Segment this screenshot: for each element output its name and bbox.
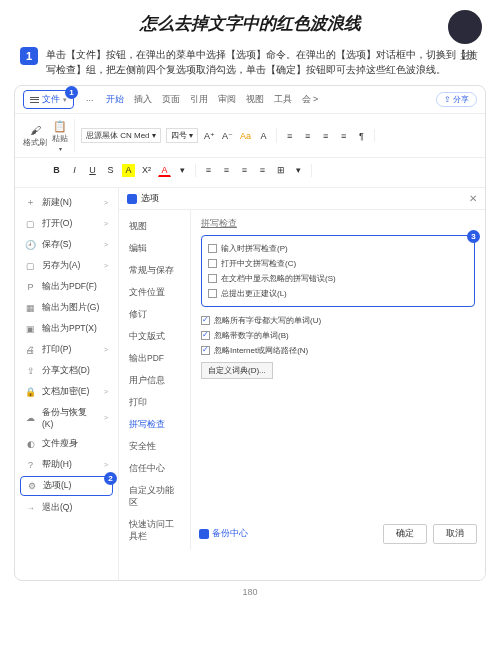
font-select[interactable]: 思源黑体 CN Med ▾ xyxy=(81,128,161,143)
italic[interactable]: I xyxy=(68,164,81,177)
line-space[interactable]: ¶ xyxy=(355,129,368,142)
checkbox[interactable] xyxy=(208,244,217,253)
fm-icon: ⇪ xyxy=(25,365,36,376)
checkbox-row[interactable]: 忽略所有字母都大写的单词(U) xyxy=(201,313,475,328)
checkbox-row[interactable]: 忽略带数字的单词(B) xyxy=(201,328,475,343)
dlg-nav-6[interactable]: 输出PDF xyxy=(119,348,190,370)
step-instruction: 1 单击【文件】按钮，在弹出的菜单中选择【选项】命令。在弹出的【选项】对话框中，… xyxy=(0,41,500,85)
checkbox[interactable] xyxy=(201,346,210,355)
file-menu-button[interactable]: 文件 ▾ 1 xyxy=(23,90,74,109)
tab-5[interactable]: 视图 xyxy=(246,94,264,104)
fm-icon: ▦ xyxy=(25,302,36,313)
badge-3: 3 xyxy=(467,230,480,243)
backup-center-link[interactable]: 备份中心 xyxy=(199,528,248,540)
filemenu-item-1[interactable]: ▢打开(O)> xyxy=(15,213,118,234)
filemenu-item-3[interactable]: ▢另存为(A)> xyxy=(15,255,118,276)
highlight[interactable]: A xyxy=(122,164,135,177)
bold[interactable]: B xyxy=(50,164,63,177)
indent-inc[interactable]: ≡ xyxy=(337,129,350,142)
indent-dec[interactable]: ≡ xyxy=(319,129,332,142)
tab-4[interactable]: 审阅 xyxy=(218,94,236,104)
filemenu-item-11[interactable]: ◐文件瘦身 xyxy=(15,433,118,454)
tab-6[interactable]: 工具 xyxy=(274,94,292,104)
close-icon[interactable]: ✕ xyxy=(469,193,477,204)
dlg-nav-12[interactable]: 自定义功能区 xyxy=(119,480,190,514)
fm-icon: ☁ xyxy=(25,412,36,423)
checkbox-row[interactable]: 打开中文拼写检查(C) xyxy=(208,256,468,271)
dlg-nav-4[interactable]: 修订 xyxy=(119,304,190,326)
dlg-nav-3[interactable]: 文件位置 xyxy=(119,282,190,304)
filemenu-item-2[interactable]: 🕘保存(S)> xyxy=(15,234,118,255)
filemenu-item-14[interactable]: →退出(Q) xyxy=(15,497,118,518)
checkbox[interactable] xyxy=(208,274,217,283)
filemenu-item-13[interactable]: ⚙选项(L)2 xyxy=(20,476,113,496)
filemenu-item-10[interactable]: ☁备份与恢复(K)> xyxy=(15,402,118,433)
clear-format[interactable]: Aa xyxy=(239,129,252,142)
increase-font[interactable]: A⁺ xyxy=(203,129,216,142)
format-brush-button[interactable]: 🖌格式刷 xyxy=(23,123,47,148)
dlg-nav-0[interactable]: 视图 xyxy=(119,216,190,238)
checkbox-row[interactable]: 输入时拼写检查(P) xyxy=(208,241,468,256)
checkbox-row[interactable]: 总提出更正建议(L) xyxy=(208,286,468,301)
fm-icon: → xyxy=(25,502,36,513)
dlg-nav-10[interactable]: 安全性 xyxy=(119,436,190,458)
align-right[interactable]: ≡ xyxy=(238,164,251,177)
decrease-font[interactable]: A⁻ xyxy=(221,129,234,142)
align-left[interactable]: ≡ xyxy=(202,164,215,177)
size-select[interactable]: 四号 ▾ xyxy=(166,128,198,143)
underline[interactable]: U xyxy=(86,164,99,177)
filemenu-item-5[interactable]: ▦输出为图片(G) xyxy=(15,297,118,318)
tab-7[interactable]: 会 > xyxy=(302,94,319,104)
dlg-nav-1[interactable]: 编辑 xyxy=(119,238,190,260)
strike[interactable]: S xyxy=(104,164,117,177)
fm-icon: ▢ xyxy=(25,218,36,229)
filemenu-item-0[interactable]: ＋新建(N)> xyxy=(15,192,118,213)
filemenu-item-6[interactable]: ▣输出为PPT(X) xyxy=(15,318,118,339)
filemenu-item-12[interactable]: ?帮助(H)> xyxy=(15,454,118,475)
dlg-nav-5[interactable]: 中文版式 xyxy=(119,326,190,348)
filemenu-item-8[interactable]: ⇪分享文档(D) xyxy=(15,360,118,381)
align-center[interactable]: ≡ xyxy=(220,164,233,177)
dlg-nav-7[interactable]: 用户信息 xyxy=(119,370,190,392)
dlg-nav-2[interactable]: 常规与保存 xyxy=(119,260,190,282)
checkbox[interactable] xyxy=(208,289,217,298)
filemenu-item-9[interactable]: 🔒文档加密(E)> xyxy=(15,381,118,402)
tab-1[interactable]: 插入 xyxy=(134,94,152,104)
homepage-link[interactable]: 主页 xyxy=(460,50,478,63)
tab-0[interactable]: 开始 xyxy=(106,94,124,104)
shading[interactable]: ▾ xyxy=(292,164,305,177)
filemenu-item-7[interactable]: 🖨打印(P)> xyxy=(15,339,118,360)
file-label: 文件 xyxy=(42,93,60,106)
step-number: 1 xyxy=(20,47,38,65)
borders[interactable]: ⊞ xyxy=(274,164,287,177)
badge-1: 1 xyxy=(65,86,78,99)
checkbox-row[interactable]: 在文档中显示忽略的拼写错误(S) xyxy=(208,271,468,286)
tab-more[interactable]: ··· xyxy=(86,95,94,105)
dlg-nav-11[interactable]: 信任中心 xyxy=(119,458,190,480)
tab-3[interactable]: 引用 xyxy=(190,94,208,104)
fm-icon: ? xyxy=(25,459,36,470)
superscript[interactable]: X² xyxy=(140,164,153,177)
checkbox[interactable] xyxy=(208,259,217,268)
checkbox-row[interactable]: 忽略Internet或网络路径(N) xyxy=(201,343,475,358)
cancel-button[interactable]: 取消 xyxy=(433,524,477,544)
backup-icon xyxy=(199,529,209,539)
dlg-nav-8[interactable]: 打印 xyxy=(119,392,190,414)
checkbox[interactable] xyxy=(201,331,210,340)
font-icon[interactable]: A xyxy=(257,129,270,142)
list-number[interactable]: ≡ xyxy=(301,129,314,142)
font-color[interactable]: A xyxy=(158,164,171,177)
custom-dict-button[interactable]: 自定义词典(D)... xyxy=(201,362,273,379)
checkbox[interactable] xyxy=(201,316,210,325)
fm-icon: 🕘 xyxy=(25,239,36,250)
more-font[interactable]: ▾ xyxy=(176,164,189,177)
align-justify[interactable]: ≡ xyxy=(256,164,269,177)
tab-2[interactable]: 页面 xyxy=(162,94,180,104)
filemenu-item-4[interactable]: P输出为PDF(F) xyxy=(15,276,118,297)
paste-button[interactable]: 📋粘贴▾ xyxy=(52,119,68,152)
ok-button[interactable]: 确定 xyxy=(383,524,427,544)
share-button[interactable]: ⇪ 分享 xyxy=(436,92,477,107)
dlg-nav-13[interactable]: 快速访问工具栏 xyxy=(119,514,190,548)
dlg-nav-9[interactable]: 拼写检查 xyxy=(119,414,190,436)
list-bullet[interactable]: ≡ xyxy=(283,129,296,142)
